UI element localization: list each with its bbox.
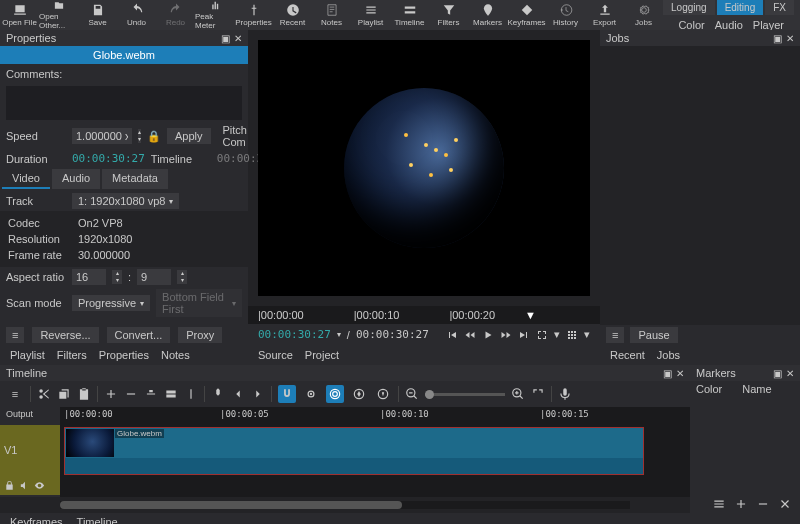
convert-button[interactable]: Convert... [107, 327, 171, 343]
metadata-tab[interactable]: Metadata [102, 169, 168, 189]
playlist-tab[interactable]: Playlist [10, 349, 45, 361]
aspect-h-spinner[interactable]: ▴▾ [177, 270, 187, 284]
remove-icon[interactable] [124, 387, 138, 401]
snap-icon[interactable] [278, 385, 296, 403]
speed-lock-icon[interactable]: 🔒 [147, 130, 161, 143]
paste-icon[interactable] [77, 387, 91, 401]
add-marker-icon[interactable] [734, 497, 748, 511]
track-select[interactable]: 1: 1920x1080 vp8 [72, 193, 179, 209]
tl-menu-icon[interactable]: ≡ [6, 385, 24, 403]
player-tab[interactable]: Player [753, 19, 784, 31]
filters-tab[interactable]: Filters [57, 349, 87, 361]
history-button[interactable]: History [546, 0, 585, 30]
keyframes-tab[interactable]: Keyframes [10, 516, 63, 524]
remove-marker-icon[interactable] [756, 497, 770, 511]
undock-icon[interactable]: ▣ [221, 33, 230, 44]
recent-tab[interactable]: Recent [610, 349, 645, 361]
hide-icon[interactable] [34, 480, 45, 491]
zoom-in-icon[interactable] [511, 387, 525, 401]
next-marker-icon[interactable] [251, 387, 265, 401]
audio-prop-tab[interactable]: Audio [52, 169, 100, 189]
audio-tab[interactable]: Audio [715, 19, 743, 31]
undock-icon[interactable]: ▣ [773, 33, 782, 44]
jobs-button[interactable]: Jobs [624, 0, 663, 30]
current-timecode[interactable]: 00:00:30:27 [258, 328, 331, 341]
aspect-h-input[interactable] [137, 269, 171, 285]
lock-icon[interactable] [4, 480, 15, 491]
save-button[interactable]: Save [78, 0, 117, 30]
source-tab[interactable]: Source [258, 349, 293, 361]
output-header[interactable]: Output [0, 407, 60, 425]
redo-button[interactable]: Redo [156, 0, 195, 30]
logging-tab[interactable]: Logging [663, 0, 715, 15]
notes-tab[interactable]: Notes [161, 349, 190, 361]
scanmode-select[interactable]: Progressive [72, 295, 150, 311]
name-column[interactable]: Name [742, 383, 771, 395]
field-select[interactable]: Bottom Field First [156, 289, 242, 317]
notes-button[interactable]: Notes [312, 0, 351, 30]
project-tab[interactable]: Project [305, 349, 339, 361]
zoom-slider[interactable] [425, 393, 505, 396]
markers-button[interactable]: Markers [468, 0, 507, 30]
prev-marker-icon[interactable] [231, 387, 245, 401]
timeline-button[interactable]: Timeline [390, 0, 429, 30]
ripple-all-icon[interactable] [350, 385, 368, 403]
undock-icon[interactable]: ▣ [663, 368, 672, 379]
overwrite-icon[interactable] [164, 387, 178, 401]
jobs-menu-icon[interactable]: ≡ [606, 327, 624, 343]
rewind-icon[interactable] [464, 329, 476, 341]
copy-icon[interactable] [57, 387, 71, 401]
skip-end-icon[interactable] [518, 329, 530, 341]
player-ruler[interactable]: |00:00:00 |00:00:10 |00:00:20 ▼ [248, 306, 600, 324]
track-v1-header[interactable]: V1 [0, 425, 60, 475]
keyframes-button[interactable]: Keyframes [507, 0, 546, 30]
record-audio-icon[interactable] [558, 387, 572, 401]
tracks-area[interactable]: |00:00:00 |00:00:05 |00:00:10 |00:00:15 … [60, 407, 690, 497]
peak-meter-button[interactable]: Peak Meter [195, 0, 234, 30]
menu-icon[interactable]: ≡ [6, 327, 24, 343]
lift-icon[interactable] [144, 387, 158, 401]
zoom-select-icon[interactable] [536, 329, 548, 341]
filters-button[interactable]: Filters [429, 0, 468, 30]
close-icon[interactable]: ✕ [234, 33, 242, 44]
timeline-tab[interactable]: Timeline [77, 516, 118, 524]
color-column[interactable]: Color [696, 383, 722, 395]
scrub-icon[interactable] [302, 385, 320, 403]
ripple-markers-icon[interactable] [374, 385, 392, 403]
playhead-icon[interactable]: ▼ [525, 309, 536, 321]
speed-spinner[interactable]: ▴▾ [138, 129, 141, 143]
forward-icon[interactable] [500, 329, 512, 341]
playlist-button[interactable]: Playlist [351, 0, 390, 30]
cut-icon[interactable] [37, 387, 51, 401]
properties-tab[interactable]: Properties [99, 349, 149, 361]
marker-icon[interactable] [211, 387, 225, 401]
play-icon[interactable] [482, 329, 494, 341]
recent-button[interactable]: Recent [273, 0, 312, 30]
editing-tab[interactable]: Editing [717, 0, 764, 15]
markers-menu-icon[interactable] [712, 497, 726, 511]
close-icon[interactable]: ✕ [676, 368, 684, 379]
aspect-w-input[interactable] [72, 269, 106, 285]
color-tab[interactable]: Color [678, 19, 704, 31]
properties-button[interactable]: Properties [234, 0, 273, 30]
timeline-scroll[interactable] [60, 501, 630, 509]
fx-tab[interactable]: FX [765, 0, 794, 15]
video-tab[interactable]: Video [2, 169, 50, 189]
jobs-tab[interactable]: Jobs [657, 349, 680, 361]
undock-icon[interactable]: ▣ [773, 368, 782, 379]
open-file-button[interactable]: Open File [0, 0, 39, 30]
close-icon[interactable]: ✕ [786, 33, 794, 44]
clear-markers-icon[interactable] [778, 497, 792, 511]
append-icon[interactable] [104, 387, 118, 401]
proxy-button[interactable]: Proxy [178, 327, 222, 343]
speed-input[interactable] [72, 128, 132, 144]
aspect-w-spinner[interactable]: ▴▾ [112, 270, 122, 284]
open-other-button[interactable]: Open Other... [39, 0, 78, 30]
export-button[interactable]: Export [585, 0, 624, 30]
pause-button[interactable]: Pause [630, 327, 677, 343]
apply-button[interactable]: Apply [167, 128, 211, 144]
reverse-button[interactable]: Reverse... [32, 327, 98, 343]
close-icon[interactable]: ✕ [786, 368, 794, 379]
grid-icon[interactable] [566, 329, 578, 341]
zoom-fit-icon[interactable] [531, 387, 545, 401]
